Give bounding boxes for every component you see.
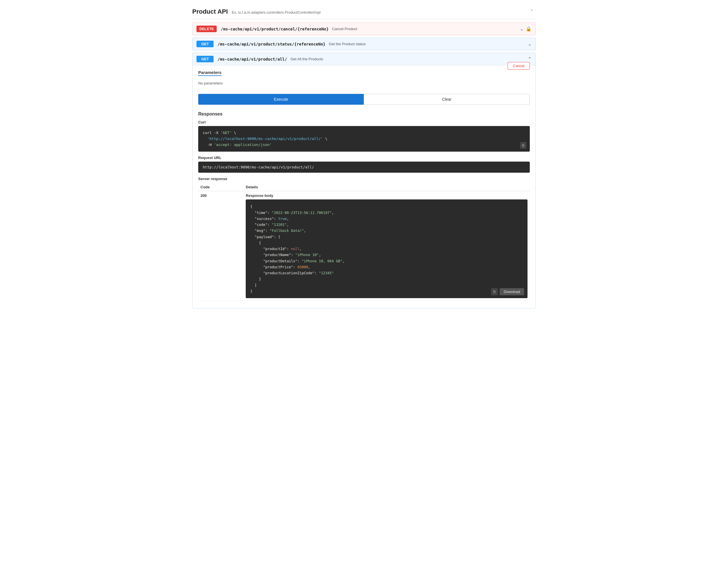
json-key-productZip: "productLocationZipCode" bbox=[263, 271, 315, 275]
api-subtitle: Ex. io.f.a.m.adapters.controllers.Produc… bbox=[232, 10, 320, 15]
json-key-msg: "msg" bbox=[255, 228, 265, 233]
response-table: Code Details 200 Response body { bbox=[198, 183, 530, 301]
json-line-payload: "payload": [ bbox=[250, 234, 523, 240]
chevron-down-icon-get-status[interactable]: ⌄ bbox=[528, 41, 531, 47]
response-details: Response body { "time": "2022-08-23T13:5… bbox=[243, 191, 530, 301]
curl-line1: curl -X 'GET' \ bbox=[203, 130, 525, 136]
json-block: { "time": "2022-08-23T13:56:11.706197", … bbox=[246, 199, 528, 298]
cancel-button[interactable]: Cancel bbox=[508, 62, 530, 70]
endpoint-path-get-status: /ms-cache/api/v1/product/status/{referen… bbox=[218, 42, 325, 46]
json-val-code: "13201" bbox=[272, 222, 287, 227]
json-key-code: "code" bbox=[255, 222, 267, 227]
json-line-array-close: ] bbox=[250, 282, 523, 288]
details-col-header: Details bbox=[243, 183, 530, 191]
chevron-down-icon-delete[interactable]: ⌄ bbox=[520, 26, 524, 32]
json-line-success: "success": true, bbox=[250, 216, 523, 221]
json-val-success: true bbox=[278, 216, 287, 221]
endpoint-header-delete[interactable]: DELETE /ms-cache/api/v1/product/cancel/{… bbox=[193, 23, 535, 35]
method-badge-get-all: GET bbox=[197, 56, 214, 62]
json-line-productName: "productName": "iPhone 10", bbox=[250, 252, 523, 258]
request-url-block: http://localhost:9090/ms-cache/api/v1/pr… bbox=[198, 161, 530, 173]
endpoint-actions-get-status: ⌄ bbox=[528, 41, 531, 47]
json-line-productZip: "productLocationZipCode": "12345" bbox=[250, 270, 523, 276]
curl-label: Curl bbox=[198, 120, 530, 124]
endpoint-actions-delete: ⌄ 🔒 bbox=[520, 26, 531, 32]
page-container: Product API Ex. io.f.a.m.adapters.contro… bbox=[188, 0, 540, 315]
endpoint-row-get-status: GET /ms-cache/api/v1/product/status/{ref… bbox=[192, 38, 536, 50]
json-line-obj-close: } bbox=[250, 276, 523, 282]
json-val-productName: "iPhone 10" bbox=[295, 252, 319, 257]
curl-header: 'accept: application/json' bbox=[214, 142, 272, 147]
json-key-success: "success" bbox=[255, 216, 274, 221]
endpoint-header-get-status[interactable]: GET /ms-cache/api/v1/product/status/{ref… bbox=[193, 38, 535, 50]
curl-url: 'http://localhost:9090/ms-cache/api/v1/p… bbox=[207, 136, 323, 141]
json-block-actions: ⎘ Download bbox=[491, 288, 524, 295]
server-response-label: Server response bbox=[198, 177, 530, 181]
copy-json-button[interactable]: ⎘ bbox=[491, 288, 498, 295]
endpoint-desc-delete: Cancel Product bbox=[332, 27, 357, 31]
endpoint-row-get-all: GET /ms-cache/api/v1/product/all/ Get Al… bbox=[192, 53, 536, 309]
responses-title: Responses bbox=[198, 111, 530, 117]
response-body-label: Response body bbox=[246, 193, 528, 198]
json-line-productId: "productId": null, bbox=[250, 246, 523, 252]
curl-line3: -H 'accept: application/json' bbox=[203, 142, 525, 148]
code-col-header: Code bbox=[198, 183, 243, 191]
json-line-productDetails: "productDetails": "iPhone 10, 664 GB", bbox=[250, 258, 523, 264]
curl-line2: 'http://localhost:9090/ms-cache/api/v1/p… bbox=[203, 136, 525, 142]
execute-button[interactable]: Execute bbox=[198, 94, 364, 105]
api-title-area: Product API Ex. io.f.a.m.adapters.contro… bbox=[192, 8, 320, 15]
copy-curl-button[interactable]: ⎘ bbox=[520, 142, 526, 149]
action-buttons: Execute Clear bbox=[198, 94, 530, 105]
response-code: 200 bbox=[198, 191, 243, 301]
endpoint-desc-get-status: Get the Product status bbox=[329, 42, 365, 46]
chevron-up-icon-get-all[interactable]: ⌃ bbox=[528, 56, 531, 62]
table-row: 200 Response body { "time": "2022-08-23T… bbox=[198, 191, 530, 301]
json-line-productPrice: "productPrice": 65000, bbox=[250, 264, 523, 270]
json-val-time: "2022-08-23T13:56:11.706197" bbox=[272, 210, 332, 215]
endpoint-body-get-all: Parameters Cancel No parameters Execute … bbox=[193, 65, 535, 308]
request-url-label: Request URL bbox=[198, 156, 530, 160]
json-line-msg: "msg": "Fallback Data!", bbox=[250, 227, 523, 233]
json-line-close-brace: } bbox=[250, 288, 523, 294]
lock-icon-delete: 🔒 bbox=[526, 26, 531, 32]
json-key-time: "time" bbox=[255, 210, 267, 215]
json-line-code: "code": "13201", bbox=[250, 221, 523, 227]
json-key-productPrice: "productPrice" bbox=[263, 265, 293, 269]
json-val-productPrice: 65000 bbox=[297, 265, 308, 269]
json-key-productId: "productId" bbox=[263, 247, 287, 251]
json-key-productName: "productName" bbox=[263, 252, 291, 257]
parameters-section: Parameters Cancel bbox=[198, 70, 530, 77]
endpoint-desc-get-all: Get All the Products bbox=[290, 57, 323, 61]
method-badge-get-status: GET bbox=[197, 41, 214, 47]
endpoint-actions-get-all: ⌃ bbox=[528, 56, 531, 62]
json-line-time: "time": "2022-08-23T13:56:11.706197", bbox=[250, 210, 523, 216]
api-title: Product API bbox=[192, 8, 228, 15]
download-button[interactable]: Download bbox=[500, 288, 524, 295]
curl-block: curl -X 'GET' \ 'http://localhost:9090/m… bbox=[198, 126, 530, 152]
json-val-msg: "Fallback Data!" bbox=[270, 228, 304, 233]
method-badge-delete: DELETE bbox=[197, 26, 217, 32]
json-key-productDetails: "productDetails" bbox=[263, 259, 297, 263]
api-header: Product API Ex. io.f.a.m.adapters.contro… bbox=[192, 5, 536, 19]
json-val-productId: null bbox=[291, 247, 299, 251]
collapse-api-icon[interactable]: ⌃ bbox=[530, 9, 536, 15]
endpoint-header-get-all[interactable]: GET /ms-cache/api/v1/product/all/ Get Al… bbox=[193, 53, 535, 65]
json-line-open-brace: { bbox=[250, 203, 523, 209]
curl-method: 'GET' bbox=[221, 131, 232, 135]
json-key-payload: "payload" bbox=[255, 235, 274, 239]
endpoint-path-get-all: /ms-cache/api/v1/product/all/ bbox=[218, 57, 287, 61]
no-params-text: No parameters bbox=[198, 81, 530, 85]
responses-section: Responses Curl curl -X 'GET' \ 'http://l… bbox=[198, 111, 530, 301]
clear-button[interactable]: Clear bbox=[364, 94, 530, 105]
endpoint-path-delete: /ms-cache/api/v1/product/cancel/{referen… bbox=[221, 27, 328, 31]
json-line-obj-open: { bbox=[250, 240, 523, 246]
json-val-productZip: "12345" bbox=[319, 271, 334, 275]
json-val-productDetails: "iPhone 10, 664 GB" bbox=[302, 259, 342, 263]
endpoint-row-delete: DELETE /ms-cache/api/v1/product/cancel/{… bbox=[192, 22, 536, 35]
parameters-title: Parameters bbox=[198, 70, 222, 76]
